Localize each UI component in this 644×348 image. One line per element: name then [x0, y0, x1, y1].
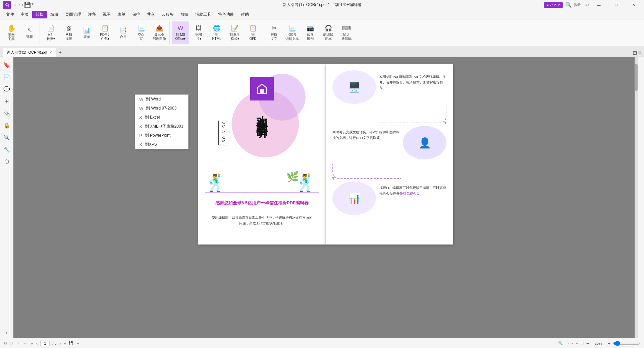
- menu-view[interactable]: 视图: [99, 11, 114, 18]
- blank-page-button[interactable]: 📃 空白页: [132, 21, 150, 44]
- document-area: W 到 Word W 到 Word 97-2003 X 到 Excel X 到 …: [13, 57, 638, 338]
- sidebar-attachments[interactable]: 📎: [1, 108, 12, 119]
- menu-cloud[interactable]: 云服务: [158, 11, 177, 18]
- maximize-button[interactable]: □: [608, 0, 624, 10]
- menu-home[interactable]: 主页: [17, 11, 32, 18]
- vertical-scrollbar[interactable]: [635, 57, 638, 338]
- right-sidebar: ›: [638, 57, 644, 338]
- fit-width-icon[interactable]: ⊟: [10, 341, 13, 345]
- page-number-input[interactable]: [40, 341, 50, 346]
- sidebar-pages[interactable]: 📄: [1, 72, 12, 82]
- menu-help[interactable]: 帮助: [237, 11, 252, 18]
- arrow-head-2: ▼: [331, 176, 336, 181]
- menu-annotate[interactable]: 注释: [85, 11, 99, 18]
- menu-edit[interactable]: 编辑: [47, 11, 62, 18]
- capture-text-icon: ✂: [272, 24, 277, 32]
- to-txt-button[interactable]: 📝 到批注格式▾: [226, 21, 244, 44]
- pdf-package-button[interactable]: 📋 PDF文件包▾: [96, 21, 114, 44]
- menu-convert[interactable]: 转换: [32, 11, 47, 18]
- menu-share[interactable]: 共享: [144, 11, 158, 18]
- xps-icon: X: [139, 142, 142, 147]
- tab-close-button[interactable]: ✕: [49, 51, 52, 54]
- grid-view-icon[interactable]: ⊞: [633, 50, 637, 56]
- listen-label: 朗读试用本: [323, 33, 333, 41]
- sidebar-stamp[interactable]: ⬡: [1, 156, 12, 167]
- right-sidebar-toggle[interactable]: ›: [641, 196, 642, 199]
- add-tab-button[interactable]: +: [56, 48, 64, 57]
- zoom-in-button[interactable]: +: [608, 341, 610, 346]
- html-icon: 🌐: [213, 24, 220, 32]
- screenshot-icon: 📷: [307, 24, 314, 32]
- sidebar-search[interactable]: 🔍: [1, 132, 12, 143]
- fit-page-icon[interactable]: ⊡: [4, 341, 7, 345]
- list-view-icon[interactable]: ≡: [638, 50, 641, 56]
- sidebar-signatures[interactable]: 🔒: [1, 120, 12, 131]
- save-icon[interactable]: 💾: [24, 2, 31, 8]
- menu-assist[interactable]: 辅助工具: [192, 11, 215, 18]
- menu-form[interactable]: 表单: [114, 11, 129, 18]
- scrollbar-thumb[interactable]: [635, 64, 638, 91]
- to-html-button[interactable]: 🌐 到HTML: [208, 21, 225, 44]
- minimize-button[interactable]: —: [591, 0, 606, 10]
- dashed-arrow-1: ▼: [378, 107, 446, 123]
- print-icon[interactable]: 🖨: [76, 341, 80, 345]
- listen-button[interactable]: 🎧 朗读试用本: [320, 21, 337, 44]
- close-button[interactable]: ✕: [626, 0, 641, 10]
- select-tool-button[interactable]: ↖ 选择: [21, 21, 38, 44]
- export-all-button[interactable]: 📤 导出全部副图像: [151, 21, 168, 44]
- zoom-slider[interactable]: [613, 341, 640, 346]
- table-button[interactable]: 📊 表单: [78, 21, 96, 44]
- search-toggle[interactable]: 🔍: [565, 2, 572, 8]
- toolbar-arrow[interactable]: ▾: [32, 2, 34, 8]
- current-tab[interactable]: 新人引导(1)_OCR(4).pdf ✕: [3, 48, 56, 57]
- menu-play[interactable]: 放映: [177, 11, 192, 18]
- dropdown-to-word[interactable]: W 到 Word: [135, 95, 188, 104]
- dropdown-to-xml[interactable]: X 到 XML电子表格2003: [135, 122, 188, 131]
- nav-prev[interactable]: ‹: [36, 341, 38, 346]
- zoom-type-icon[interactable]: 🔍: [558, 341, 563, 345]
- nav-last[interactable]: »: [63, 341, 66, 346]
- nav-first[interactable]: «: [31, 341, 34, 346]
- zoom-out-button[interactable]: −: [586, 341, 589, 346]
- welcome-text: 欢迎来到福昕: [254, 107, 270, 119]
- undo-icon[interactable]: ↩: [14, 2, 18, 8]
- dropdown-to-powerpoint[interactable]: P 到 PowerPoint: [135, 131, 188, 140]
- save-doc-icon[interactable]: 💾: [69, 341, 73, 345]
- sidebar-bookmarks[interactable]: 🔖: [1, 60, 12, 70]
- capture-text-button[interactable]: ✂ 提取文字: [265, 21, 283, 44]
- merge-button[interactable]: 📑 合并: [114, 21, 132, 44]
- free-member-link[interactable]: 领取免费会员: [399, 192, 420, 195]
- single-page-icon[interactable]: ▭: [15, 341, 19, 345]
- sheet-icon: 🖼: [196, 25, 202, 32]
- ocr-button[interactable]: 📃 OCR识别文本: [283, 21, 301, 44]
- search-bar[interactable]: 搜索: [574, 3, 581, 7]
- menu-page-manage[interactable]: 页面管理: [62, 11, 85, 18]
- to-sheet-button[interactable]: 🖼 到图片▾: [190, 21, 207, 44]
- sidebar-layers[interactable]: ⊞: [1, 96, 12, 107]
- sidebar-tools[interactable]: 🔧: [1, 144, 12, 155]
- redo-icon[interactable]: ↪: [19, 2, 23, 8]
- nav-next[interactable]: ›: [59, 341, 61, 346]
- scan-convert-button[interactable]: 🖨 从扫描仪: [60, 21, 77, 44]
- to-ms-office-button[interactable]: W 到 MSOffice▾: [172, 21, 189, 44]
- window-title: 新人引导(1)_OCR(4).pdf * - 福昕PDF编辑器: [283, 2, 361, 8]
- dashed-arrow-2: ▼: [332, 162, 401, 179]
- settings-icon[interactable]: ⚙: [585, 3, 589, 7]
- to-ofd-button[interactable]: 📋 到OFD: [244, 21, 262, 44]
- sidebar-collapse-arrow[interactable]: ›: [6, 330, 7, 335]
- to-txt-label: 到批注格式▾: [230, 33, 240, 41]
- menu-protect[interactable]: 保护: [129, 11, 144, 18]
- dropdown-to-excel[interactable]: X 到 Excel: [135, 113, 188, 122]
- two-page-icon[interactable]: ▭▭: [21, 341, 28, 345]
- hand-tool-button[interactable]: ✋ 手型工具: [3, 21, 20, 44]
- input-code-button[interactable]: ⌨ 输入激活码: [338, 21, 355, 44]
- dropdown-to-xps[interactable]: X 到XPS: [135, 140, 188, 149]
- menu-features[interactable]: 特色功能: [215, 11, 237, 18]
- capture-text-label: 提取文字: [271, 33, 277, 41]
- dropdown-to-word97[interactable]: W 到 Word 97-2003: [135, 104, 188, 113]
- ocr-icon: 📃: [288, 24, 296, 32]
- file-convert-button[interactable]: 📄 文件转换▾: [42, 21, 59, 44]
- sidebar-comments[interactable]: 💬: [1, 84, 12, 94]
- menu-file[interactable]: 文件: [3, 11, 17, 18]
- screenshot-button[interactable]: 📷 截屏识别: [302, 21, 319, 44]
